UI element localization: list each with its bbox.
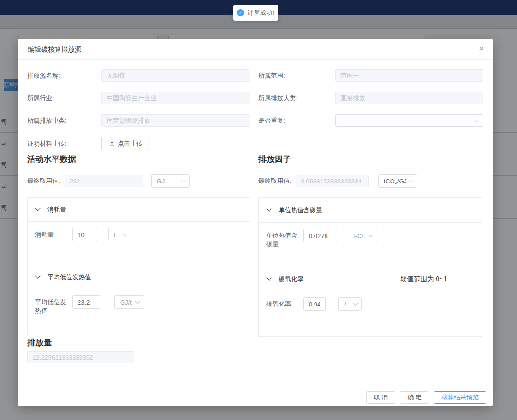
dialog-footer: 取 消 确 定 核算结果预览: [18, 388, 493, 406]
carbon-content-label: 单位热值含碳量: [266, 229, 300, 249]
activity-final-label: 最终取用值:: [27, 177, 60, 185]
chevron-down-icon: [266, 275, 271, 280]
factor-final-input: [296, 175, 369, 187]
chevron-down-icon: [135, 299, 140, 304]
chevron-down-icon: [474, 117, 479, 122]
factor-section-title: 排放因子: [258, 154, 291, 165]
result-preview-button[interactable]: 核算结果预览: [434, 391, 486, 404]
consumption-unit-select[interactable]: t: [108, 228, 131, 241]
panel-title: 单位热值含碳量: [279, 206, 322, 215]
scope-input: [335, 69, 483, 82]
form-row-3: 所属排放中类: 是否重复:: [27, 114, 483, 127]
factor-final-unit-value: tCO₂/GJ: [384, 178, 406, 185]
upload-button[interactable]: 点击上传: [101, 137, 150, 150]
source-name-label: 排放源名称:: [27, 71, 101, 80]
confirm-button[interactable]: 确 定: [400, 391, 429, 404]
form-row-1: 排放源名称: 所属范围:: [27, 69, 483, 82]
heat-value-unit-select[interactable]: GJ/t: [114, 295, 144, 309]
carbon-content-unit-select[interactable]: t-C/...: [348, 229, 377, 242]
duplicate-select[interactable]: [335, 114, 483, 127]
activity-section-title: 活动水平数据: [27, 154, 76, 165]
mid-category-input: [101, 114, 250, 127]
panel-title: 碳氧化率: [279, 275, 303, 284]
chevron-down-icon: [35, 273, 40, 278]
panel-body-heat-value: 平均低位发热值 GJ/t: [28, 289, 250, 321]
chevron-down-icon: [266, 206, 271, 211]
carbon-content-unit-value: t-C/...: [353, 232, 366, 239]
mid-category-label: 所属排放中类:: [27, 116, 101, 125]
consumption-label: 消耗量: [35, 228, 68, 239]
chevron-down-icon: [408, 178, 413, 182]
oxidation-rate-unit-select[interactable]: /: [338, 297, 362, 311]
dialog-title: 编辑碳核算排放源: [28, 39, 81, 60]
activity-panels: 消耗量 消耗量 t 平均低位发热值 平均低位发热值 GJ/t: [27, 197, 250, 335]
heat-value-input[interactable]: [72, 295, 101, 309]
oxidation-range-note: 取值范围为 0~1: [400, 275, 473, 284]
scope-label: 所属范围:: [258, 71, 335, 80]
carbon-content-input[interactable]: [303, 229, 337, 242]
chevron-down-icon: [369, 232, 373, 237]
collapse-header-oxidation-rate[interactable]: 碳氧化率 取值范围为 0~1: [259, 267, 482, 291]
panel-body-oxidation-rate: 碳氧化率 /: [259, 291, 482, 317]
duplicate-label: 是否重复:: [258, 116, 335, 125]
activity-final-input: [65, 175, 143, 187]
upload-button-label: 点击上传: [118, 139, 143, 148]
heat-value-unit-value: GJ/t: [120, 299, 133, 306]
activity-final-row: 最终取用值: GJ: [27, 174, 190, 188]
factor-panels: 单位热值含碳量 单位热值含碳量 t-C/... 碳氧化率 取值范围为 0~1 碳…: [258, 197, 482, 337]
consumption-input[interactable]: [72, 228, 97, 241]
collapse-header-heat-value[interactable]: 平均低位发热值: [28, 265, 250, 289]
panel-title: 平均低位发热值: [47, 273, 91, 282]
panel-title: 消耗量: [47, 205, 66, 214]
activity-final-unit-select: GJ: [151, 174, 190, 188]
collapse-header-carbon-content[interactable]: 单位热值含碳量: [259, 198, 482, 223]
toast-success: ✓ 计算成功!: [233, 5, 278, 21]
edit-emission-source-dialog: 编辑碳核算排放源 × 排放源名称: 所属范围: 所属行业: 所属排放大类: 所属…: [18, 39, 493, 406]
oxidation-rate-input[interactable]: [303, 297, 326, 311]
upload-label: 证明材料上传:: [27, 139, 101, 148]
industry-input: [101, 92, 250, 104]
oxidation-rate-label: 碳氧化率: [266, 297, 300, 308]
chevron-down-icon: [123, 231, 127, 236]
chevron-down-icon: [35, 205, 40, 211]
form-row-2: 所属行业: 所属排放大类:: [27, 92, 483, 104]
dialog-header: 编辑碳核算排放源 ×: [18, 39, 493, 60]
consumption-unit-value: t: [114, 231, 120, 238]
chevron-down-icon: [180, 178, 185, 182]
toast-message: 计算成功!: [247, 9, 274, 17]
industry-label: 所属行业:: [27, 94, 101, 102]
major-category-input: [335, 92, 483, 104]
oxidation-rate-unit-value: /: [344, 301, 351, 308]
panel-body-consumption: 消耗量 t: [28, 222, 250, 265]
chevron-down-icon: [353, 301, 358, 306]
emission-section-title: 排放量: [27, 337, 52, 348]
factor-final-unit-select[interactable]: tCO₂/GJ: [378, 174, 417, 188]
collapse-header-consumption[interactable]: 消耗量: [28, 198, 250, 222]
emission-result-input: [27, 351, 134, 363]
upload-icon: [109, 141, 115, 147]
factor-final-row: 最终取用值: tCO₂/GJ: [258, 174, 417, 188]
cancel-button[interactable]: 取 消: [366, 391, 396, 404]
source-name-input: [101, 69, 250, 82]
major-category-label: 所属排放大类:: [258, 94, 335, 102]
close-icon[interactable]: ×: [479, 43, 484, 55]
factor-final-label: 最终取用值:: [258, 177, 292, 185]
panel-body-carbon-content: 单位热值含碳量 t-C/...: [259, 223, 482, 267]
form-row-4: 证明材料上传: 点击上传: [27, 137, 483, 150]
success-check-icon: ✓: [237, 9, 244, 16]
activity-final-unit-value: GJ: [157, 178, 179, 185]
heat-value-label: 平均低位发热值: [35, 295, 68, 315]
